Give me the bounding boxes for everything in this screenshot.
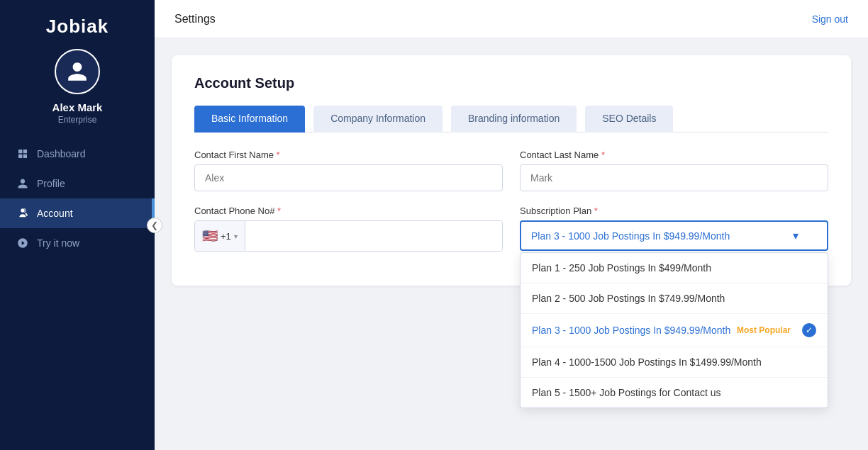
dashboard-icon (17, 148, 28, 159)
subscription-label: Subscription Plan * (520, 206, 828, 216)
form-row-names: Contact First Name * Contact Last Name * (194, 150, 828, 191)
main-content: Settings Sign out Account Setup Basic In… (155, 0, 868, 450)
card-title: Account Setup (194, 75, 828, 91)
subscription-required: * (594, 206, 598, 216)
first-name-input[interactable] (194, 164, 503, 191)
plan-3-check-icon: ✓ (802, 323, 816, 337)
sidebar-collapse-button[interactable]: ❮ (147, 218, 162, 233)
tab-basic-information[interactable]: Basic Information (194, 106, 305, 133)
plan-option-4[interactable]: Plan 4 - 1000-1500 Job Postings In $1499… (521, 347, 828, 378)
sign-out-link[interactable]: Sign out (812, 13, 848, 25)
form-row-phone-plan: Contact Phone No# * 🇺🇸 +1 ▾ (194, 206, 828, 252)
phone-number-input[interactable] (245, 221, 502, 251)
last-name-input[interactable] (520, 164, 828, 191)
phone-required: * (277, 206, 281, 216)
form-group-first-name: Contact First Name * (194, 150, 503, 191)
tab-branding-information[interactable]: Branding information (451, 106, 577, 133)
content-area: Account Setup Basic Information Company … (155, 38, 868, 450)
sidebar-item-account-label: Account (37, 208, 73, 219)
user-icon (66, 60, 89, 83)
collapse-icon: ❮ (151, 220, 158, 230)
user-name: Alex Mark (52, 101, 103, 113)
form-group-last-name: Contact Last Name * (520, 150, 828, 191)
last-name-label: Contact Last Name * (520, 150, 828, 160)
logo: Jobiak (46, 0, 108, 49)
first-name-label: Contact First Name * (194, 150, 503, 160)
topbar: Settings Sign out (155, 0, 868, 38)
sidebar-item-try-it-now-label: Try it now (37, 237, 79, 249)
plan-option-2[interactable]: Plan 2 - 500 Job Postings In $749.99/Mon… (521, 283, 828, 314)
tab-company-information[interactable]: Company Information (313, 106, 443, 133)
selected-plan-label: Plan 3 - 1000 Job Postings In $949.99/Mo… (531, 230, 730, 242)
subscription-dropdown-wrap: Plan 3 - 1000 Job Postings In $949.99/Mo… (520, 220, 828, 251)
plan-1-label: Plan 1 - 250 Job Postings In $499/Month (532, 262, 711, 274)
sidebar-item-profile-label: Profile (37, 178, 65, 189)
first-name-required: * (277, 150, 280, 160)
tab-bar: Basic Information Company Information Br… (194, 106, 828, 133)
sidebar: Jobiak Alex Mark Enterprise Dashboard Pr… (0, 0, 155, 450)
form-group-subscription: Subscription Plan * Plan 3 - 1000 Job Po… (520, 206, 828, 252)
page-title: Settings (174, 13, 216, 26)
phone-input-wrap: 🇺🇸 +1 ▾ (194, 220, 503, 252)
last-name-required: * (601, 150, 605, 160)
subscription-chevron-icon: ▾ (793, 229, 799, 242)
phone-code: +1 (221, 231, 231, 242)
account-setup-card: Account Setup Basic Information Company … (172, 55, 851, 286)
sidebar-item-dashboard-label: Dashboard (37, 148, 86, 159)
sidebar-panel: Jobiak Alex Mark Enterprise Dashboard Pr… (0, 0, 155, 450)
plan-option-1[interactable]: Plan 1 - 250 Job Postings In $499/Month (521, 253, 828, 283)
plan-option-3[interactable]: Plan 3 - 1000 Job Postings In $949.99/Mo… (521, 314, 828, 347)
subscription-select[interactable]: Plan 3 - 1000 Job Postings In $949.99/Mo… (520, 220, 828, 251)
sidebar-item-dashboard[interactable]: Dashboard (0, 139, 155, 169)
profile-icon (17, 178, 28, 189)
avatar (55, 49, 100, 94)
try-it-now-icon (17, 237, 28, 249)
tab-seo-details[interactable]: SEO Details (585, 106, 673, 133)
sidebar-nav: Dashboard Profile Account (0, 139, 155, 258)
plan-2-label: Plan 2 - 500 Job Postings In $749.99/Mon… (532, 293, 725, 304)
sidebar-item-try-it-now[interactable]: Try it now (0, 228, 155, 258)
plan-3-label: Plan 3 - 1000 Job Postings In $949.99/Mo… (532, 325, 730, 336)
subscription-dropdown-list: Plan 1 - 250 Job Postings In $499/Month … (520, 252, 828, 408)
plan-3-badges: Most Popular ✓ (737, 323, 816, 337)
user-role: Enterprise (58, 115, 97, 125)
plan-3-row: Plan 3 - 1000 Job Postings In $949.99/Mo… (532, 325, 730, 336)
flag-emoji: 🇺🇸 (202, 228, 218, 244)
most-popular-badge: Most Popular (737, 325, 791, 335)
sidebar-item-account[interactable]: Account (0, 198, 155, 228)
plan-option-5[interactable]: Plan 5 - 1500+ Job Postings for Contact … (521, 378, 828, 407)
form-group-phone: Contact Phone No# * 🇺🇸 +1 ▾ (194, 206, 503, 252)
account-icon (17, 208, 28, 219)
plan-5-label: Plan 5 - 1500+ Job Postings for Contact … (532, 387, 721, 398)
phone-label: Contact Phone No# * (194, 206, 503, 216)
phone-chevron-icon: ▾ (234, 232, 238, 240)
plan-4-label: Plan 4 - 1000-1500 Job Postings In $1499… (532, 356, 762, 368)
phone-flag-selector[interactable]: 🇺🇸 +1 ▾ (195, 221, 245, 251)
sidebar-item-profile[interactable]: Profile (0, 169, 155, 198)
